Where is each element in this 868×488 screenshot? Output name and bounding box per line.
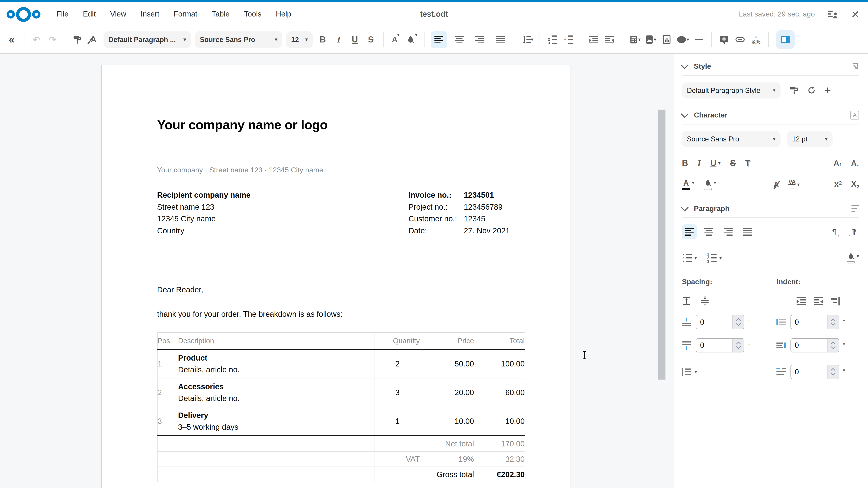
menu-help[interactable]: Help [276, 10, 291, 18]
menu-insert[interactable]: Insert [141, 10, 159, 18]
bold-button[interactable]: B [317, 31, 329, 48]
sidebar-style-select[interactable]: Default Paragraph Style ▾ [682, 83, 780, 98]
paragraph-background-color-button[interactable]: ▾ [847, 253, 859, 263]
sidebar-align-left-button[interactable] [682, 224, 697, 239]
sidebar-line-spacing-button[interactable]: ▾ [682, 367, 697, 376]
indent-before-text-input[interactable]: 0 [790, 315, 839, 329]
sidebar-justify-button[interactable] [740, 224, 755, 239]
undo-button[interactable]: ↶ [31, 31, 43, 48]
menu-format[interactable]: Format [174, 10, 197, 18]
new-style-button[interactable]: + [824, 85, 831, 96]
sidebar-italic-button[interactable]: I [698, 158, 701, 168]
menu-tools[interactable]: Tools [244, 10, 261, 18]
chevron-down-icon[interactable]: ▾ [719, 256, 722, 260]
align-center-button[interactable] [451, 31, 468, 48]
paragraph-dialog-icon[interactable] [851, 205, 859, 212]
stepper-arrows[interactable] [827, 339, 839, 352]
document-canvas[interactable]: Your company name or logo Your company ·… [0, 54, 674, 488]
below-paragraph-spacing-input[interactable]: 0 [696, 338, 745, 353]
chevron-down-icon[interactable]: ▾ [714, 180, 716, 185]
increase-spacing-icon[interactable] [682, 296, 691, 306]
style-popout-icon[interactable] [850, 62, 859, 71]
clear-formatting-icon[interactable]: A [88, 31, 100, 48]
stepper-arrows[interactable] [733, 315, 744, 329]
document-page[interactable]: Your company name or logo Your company ·… [101, 65, 570, 488]
chevron-down-icon[interactable]: ▾ [531, 37, 533, 42]
sidebar-strikethrough-button[interactable]: S [730, 158, 736, 168]
close-icon[interactable]: × [851, 9, 859, 19]
align-left-button[interactable] [431, 31, 447, 48]
underline-button[interactable]: U [349, 31, 361, 48]
chevron-down-icon[interactable]: ▾ [692, 180, 694, 185]
shadow-format-button[interactable]: T [745, 158, 750, 168]
insert-hyperlink-button[interactable] [734, 31, 746, 48]
collapse-toolbar-button[interactable]: « [5, 31, 18, 48]
superscript-button[interactable]: X2 [834, 180, 842, 189]
chevron-down-icon[interactable]: ▾ [638, 37, 641, 42]
insert-chart-button[interactable] [660, 31, 673, 48]
sidebar-align-center-button[interactable] [701, 224, 716, 239]
chevron-down-icon[interactable]: ▾ [397, 32, 399, 37]
special-character-button[interactable]: ♪ &% [750, 31, 762, 48]
character-section-header[interactable]: Character A [682, 111, 859, 120]
subscript-button[interactable]: X2 [851, 180, 859, 190]
bullet-list-button[interactable]: • • • [562, 31, 575, 48]
menu-table[interactable]: Table [212, 10, 230, 18]
character-spacing-button[interactable]: VA ↔ ▾ [788, 179, 800, 190]
sidebar-underline-button[interactable]: U ▾ [710, 158, 721, 168]
stepper-arrows[interactable] [733, 339, 744, 352]
highlight-color-button[interactable]: ▾ [406, 31, 418, 48]
insert-comment-button[interactable] [718, 31, 730, 48]
sidebar-increase-indent-icon[interactable] [797, 297, 806, 305]
following-users-icon[interactable] [828, 9, 838, 19]
menu-view[interactable]: View [110, 10, 126, 18]
sidebar-ordered-list-button[interactable]: 1 2 3 ▾ [707, 253, 722, 263]
sidebar-bold-button[interactable]: B [682, 158, 688, 168]
redo-button[interactable]: ↷ [46, 31, 59, 48]
decrease-indent-button[interactable] [603, 31, 616, 48]
sidebar-highlight-color-button[interactable]: ▾ [704, 179, 716, 190]
menu-edit[interactable]: Edit [83, 10, 96, 18]
strikethrough-button[interactable]: S [365, 31, 377, 48]
chevron-down-icon[interactable]: ▾ [694, 369, 697, 375]
font-color-button[interactable]: A ▾ [390, 31, 402, 48]
chevron-down-icon[interactable]: ▾ [694, 256, 697, 260]
chevron-down-icon[interactable]: ▾ [654, 37, 656, 42]
chevron-down-icon[interactable]: ▾ [415, 32, 417, 37]
chevron-down-icon[interactable] [681, 204, 688, 211]
insert-line-button[interactable] [693, 31, 705, 48]
chevron-down-icon[interactable]: ▾ [718, 161, 721, 166]
sidebar-font-size-select[interactable]: 12 pt ▾ [787, 131, 833, 147]
chevron-down-icon[interactable] [681, 61, 688, 69]
sidebar-toggle-button[interactable] [776, 30, 795, 49]
insert-table-button[interactable]: ▾ [628, 31, 641, 48]
align-right-button[interactable] [471, 31, 488, 48]
insert-shape-button[interactable]: ▾ [677, 31, 689, 48]
clone-formatting-icon[interactable] [71, 31, 84, 48]
style-section-header[interactable]: Style [682, 62, 859, 71]
sidebar-align-right-button[interactable] [721, 224, 736, 239]
font-name-select[interactable]: Source Sans Pro ▾ [195, 31, 282, 48]
chevron-down-icon[interactable]: ▾ [797, 182, 800, 187]
update-style-button[interactable] [789, 86, 799, 95]
ordered-list-button[interactable]: 1 2 3 [546, 31, 559, 48]
left-to-right-button[interactable]: ¶ → [829, 228, 839, 236]
right-to-left-button[interactable]: ¶ ← [849, 228, 859, 236]
hanging-indent-icon[interactable] [831, 297, 840, 305]
paragraph-section-header[interactable]: Paragraph [682, 204, 859, 213]
decrease-spacing-icon[interactable] [700, 296, 710, 306]
grow-font-button[interactable]: A↑ [834, 159, 842, 168]
first-line-indent-input[interactable]: 0 [790, 365, 839, 379]
menu-file[interactable]: File [57, 10, 68, 18]
chevron-down-icon[interactable]: ▾ [687, 37, 689, 42]
increase-indent-button[interactable] [587, 31, 599, 48]
line-spacing-button[interactable]: ▾ [522, 31, 534, 48]
italic-button[interactable]: I [333, 31, 345, 48]
sidebar-bullet-list-button[interactable]: • • • ▾ [682, 253, 697, 263]
font-size-select[interactable]: 12 ▾ [286, 31, 313, 48]
sidebar-decrease-indent-icon[interactable] [814, 297, 823, 305]
vertical-scrollbar-thumb[interactable] [658, 109, 665, 380]
sidebar-font-color-button[interactable]: A ▾ [682, 179, 694, 190]
above-paragraph-spacing-input[interactable]: 0 [696, 315, 745, 329]
insert-image-button[interactable]: ▾ [645, 31, 657, 48]
